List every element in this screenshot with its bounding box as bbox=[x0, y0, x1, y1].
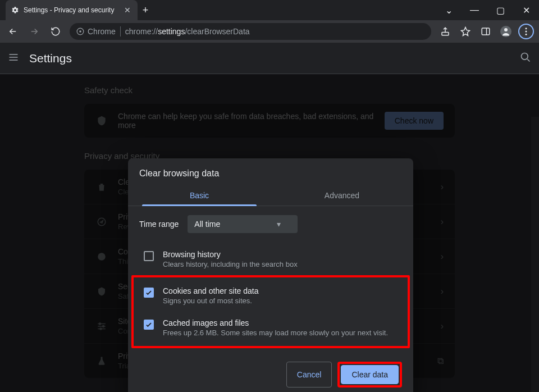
checkbox-cookies[interactable] bbox=[144, 288, 154, 298]
reload-button[interactable] bbox=[46, 22, 65, 41]
time-range-label: Time range bbox=[139, 220, 179, 229]
time-range-row: Time range All time ▾ bbox=[139, 215, 402, 233]
content-area: Safety check Chrome can help keep you sa… bbox=[0, 74, 539, 392]
clear-browsing-data-dialog: Clear browsing data Basic Advanced Time … bbox=[128, 158, 413, 392]
profile-avatar[interactable] bbox=[496, 22, 515, 41]
dialog-footer: Cancel Clear data bbox=[128, 353, 413, 392]
forward-button[interactable] bbox=[25, 22, 44, 41]
tab-close-icon[interactable]: ✕ bbox=[123, 6, 132, 15]
clear-data-button[interactable]: Clear data bbox=[341, 365, 399, 384]
search-icon[interactable] bbox=[520, 52, 531, 65]
time-range-select[interactable]: All time ▾ bbox=[188, 215, 298, 233]
svg-rect-2 bbox=[442, 33, 449, 35]
caret-down-icon: ▾ bbox=[277, 220, 281, 229]
browser-tab[interactable]: Settings - Privacy and security ✕ bbox=[6, 0, 138, 20]
checklist: Browsing history Clears history, includi… bbox=[139, 243, 402, 348]
dialog-title: Clear browsing data bbox=[128, 158, 413, 185]
share-icon[interactable] bbox=[436, 22, 455, 41]
toolbar-actions bbox=[436, 22, 536, 41]
omnibox-divider bbox=[120, 26, 121, 37]
check-cookies[interactable]: Cookies and other site data Signs you ou… bbox=[139, 280, 402, 312]
site-chip-label: Chrome bbox=[88, 27, 116, 36]
close-window-button[interactable]: ✕ bbox=[513, 0, 539, 20]
tab-favicon-gear-icon bbox=[11, 6, 19, 14]
back-button[interactable] bbox=[3, 22, 22, 41]
time-range-value: All time bbox=[194, 220, 220, 229]
site-info-icon[interactable]: Chrome bbox=[76, 27, 116, 36]
svg-point-7 bbox=[526, 34, 527, 35]
annotation-highlight: Cookies and other site data Signs you ou… bbox=[131, 275, 410, 348]
tab-search-caret-icon[interactable]: ⌄ bbox=[436, 0, 462, 20]
check-browsing-history[interactable]: Browsing history Clears history, includi… bbox=[139, 243, 402, 275]
page-title: Settings bbox=[29, 52, 72, 65]
checkbox-cached[interactable] bbox=[144, 320, 154, 330]
dialog-tabs: Basic Advanced bbox=[128, 185, 413, 206]
svg-point-8 bbox=[522, 53, 528, 60]
svg-rect-3 bbox=[482, 28, 490, 35]
svg-point-1 bbox=[79, 30, 81, 33]
check-cached[interactable]: Cached images and files Frees up 2.6 MB.… bbox=[139, 312, 402, 344]
address-bar[interactable]: Chrome chrome://settings/clearBrowserDat… bbox=[70, 23, 431, 40]
svg-point-4 bbox=[504, 28, 508, 31]
new-tab-button[interactable]: + bbox=[138, 0, 153, 20]
settings-header: Settings bbox=[0, 43, 539, 74]
bookmark-icon[interactable] bbox=[456, 22, 475, 41]
svg-point-5 bbox=[526, 28, 527, 29]
more-menu-button[interactable] bbox=[517, 22, 536, 41]
svg-point-6 bbox=[526, 31, 527, 33]
browser-toolbar: Chrome chrome://settings/clearBrowserDat… bbox=[0, 20, 539, 43]
checkbox-browsing-history[interactable] bbox=[144, 251, 154, 261]
tab-title: Settings - Privacy and security bbox=[24, 6, 118, 14]
dialog-body: Time range All time ▾ Browsing history C… bbox=[128, 206, 413, 353]
tab-basic[interactable]: Basic bbox=[128, 185, 271, 206]
url-text: chrome://settings/clearBrowserData bbox=[125, 27, 250, 36]
window-controls: ⌄ — ▢ ✕ bbox=[436, 0, 539, 20]
titlebar: Settings - Privacy and security ✕ + ⌄ — … bbox=[0, 0, 539, 20]
maximize-button[interactable]: ▢ bbox=[487, 0, 513, 20]
minimize-button[interactable]: — bbox=[462, 0, 487, 20]
cancel-button[interactable]: Cancel bbox=[286, 362, 332, 388]
menu-icon[interactable] bbox=[8, 52, 19, 65]
tab-advanced[interactable]: Advanced bbox=[271, 185, 413, 206]
annotation-highlight-button: Clear data bbox=[337, 362, 402, 388]
sidepanel-icon[interactable] bbox=[476, 22, 495, 41]
